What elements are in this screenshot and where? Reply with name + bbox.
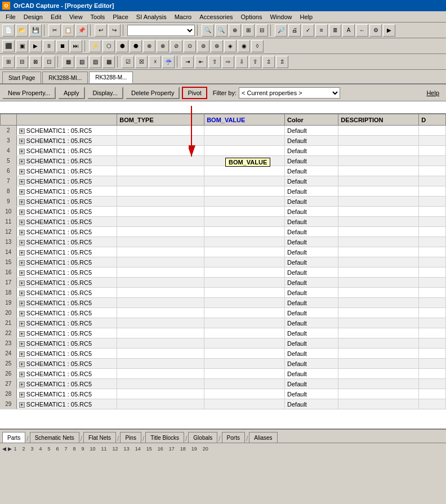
row-color[interactable]: Default bbox=[285, 399, 338, 409]
row-bom-value[interactable] bbox=[204, 247, 285, 257]
menu-macro[interactable]: Macro bbox=[171, 13, 195, 21]
row-bom-type[interactable] bbox=[117, 217, 204, 227]
row-reference[interactable]: +SCHEMATIC1 : 05.RC5 bbox=[16, 156, 117, 166]
row-bom-value[interactable] bbox=[204, 166, 285, 176]
row-reference[interactable]: +SCHEMATIC1 : 05.RC5 bbox=[16, 298, 117, 308]
row-description[interactable] bbox=[338, 227, 419, 237]
row-color[interactable]: Default bbox=[285, 338, 338, 349]
tb3-btn13[interactable]: ⇥ bbox=[181, 56, 194, 68]
row-color[interactable]: Default bbox=[285, 257, 338, 267]
row-bom-value[interactable] bbox=[204, 278, 285, 288]
row-description[interactable] bbox=[338, 237, 419, 247]
row-description[interactable] bbox=[338, 156, 419, 166]
tab-parts[interactable]: Parts bbox=[2, 432, 25, 443]
row-bom-type[interactable] bbox=[117, 359, 204, 369]
row-reference[interactable]: +SCHEMATIC1 : 05.RC5 bbox=[16, 288, 117, 298]
copy-button[interactable]: 📋 bbox=[62, 24, 74, 37]
tb2-btn10[interactable]: ⬣ bbox=[130, 40, 142, 52]
row-description[interactable] bbox=[338, 217, 419, 227]
open-button[interactable]: 📂 bbox=[16, 24, 28, 37]
row-bom-value[interactable] bbox=[204, 379, 285, 389]
row-description[interactable] bbox=[338, 247, 419, 257]
menu-edit[interactable]: Edit bbox=[47, 13, 65, 21]
expand-icon[interactable]: + bbox=[19, 331, 25, 337]
row-color[interactable]: Default bbox=[285, 186, 338, 197]
row-color[interactable]: Default bbox=[285, 176, 338, 186]
menu-tools[interactable]: Tools bbox=[87, 13, 109, 21]
expand-icon[interactable]: + bbox=[19, 341, 25, 347]
row-color[interactable]: Default bbox=[285, 227, 338, 237]
expand-icon[interactable]: + bbox=[19, 291, 25, 296]
tb2-btn8[interactable]: ⬡ bbox=[102, 40, 115, 52]
row-bom-type[interactable] bbox=[117, 288, 204, 298]
row-d[interactable] bbox=[419, 288, 446, 298]
tab-pins[interactable]: Pins bbox=[120, 432, 141, 443]
row-bom-value[interactable] bbox=[204, 136, 285, 146]
expand-icon[interactable]: + bbox=[19, 128, 25, 134]
row-bom-type[interactable] bbox=[117, 197, 204, 207]
menu-si-analysis[interactable]: SI Analysis bbox=[133, 13, 170, 21]
row-d[interactable] bbox=[419, 338, 446, 349]
expand-icon[interactable]: + bbox=[19, 209, 25, 215]
row-reference[interactable]: +SCHEMATIC1 : 05.RC5 bbox=[16, 278, 117, 288]
menu-design[interactable]: Design bbox=[20, 13, 46, 21]
row-bom-type[interactable] bbox=[117, 298, 204, 308]
drc-button[interactable]: ✓ bbox=[302, 24, 314, 37]
zoom-all[interactable]: ⊟ bbox=[256, 24, 268, 37]
extra-2[interactable]: ▶ bbox=[383, 24, 395, 37]
menu-view[interactable]: View bbox=[66, 13, 86, 21]
save-button[interactable]: 💾 bbox=[29, 24, 42, 37]
expand-icon[interactable]: + bbox=[19, 270, 25, 276]
row-d[interactable] bbox=[419, 267, 446, 278]
tb3-btn19[interactable]: ⇫ bbox=[262, 56, 275, 68]
tb3-btn3[interactable]: ⊠ bbox=[29, 56, 42, 68]
expand-icon[interactable]: + bbox=[19, 250, 25, 256]
row-d[interactable] bbox=[419, 156, 446, 166]
tb2-btn19[interactable]: ◊ bbox=[251, 40, 264, 52]
row-color[interactable]: Default bbox=[285, 369, 338, 379]
row-bom-value[interactable] bbox=[204, 176, 285, 186]
tab-aliases[interactable]: Aliases bbox=[249, 432, 277, 443]
row-bom-value[interactable] bbox=[204, 197, 285, 207]
row-reference[interactable]: +SCHEMATIC1 : 05.RC5 bbox=[16, 267, 117, 278]
search-input[interactable] bbox=[2, 102, 444, 113]
redo-button[interactable]: ↪ bbox=[108, 24, 121, 37]
row-color[interactable]: Default bbox=[285, 278, 338, 288]
row-reference[interactable]: +SCHEMATIC1 : 05.RC5 bbox=[16, 328, 117, 338]
col-reference[interactable] bbox=[16, 114, 117, 126]
tb3-btn6[interactable]: ▧ bbox=[75, 56, 88, 68]
tb3-btn18[interactable]: ⇪ bbox=[249, 56, 261, 68]
tb2-btn12[interactable]: ⊗ bbox=[157, 40, 169, 52]
tb2-btn14[interactable]: ⊙ bbox=[184, 40, 196, 52]
row-bom-type[interactable] bbox=[117, 369, 204, 379]
row-d[interactable] bbox=[419, 126, 446, 136]
row-color[interactable]: Default bbox=[285, 247, 338, 257]
row-bom-value[interactable] bbox=[204, 126, 285, 136]
row-bom-value[interactable] bbox=[204, 389, 285, 399]
row-reference[interactable]: +SCHEMATIC1 : 05.RC5 bbox=[16, 146, 117, 156]
print-button[interactable]: 🖨 bbox=[288, 24, 301, 37]
expand-icon[interactable]: + bbox=[19, 311, 25, 316]
row-description[interactable] bbox=[338, 369, 419, 379]
row-description[interactable] bbox=[338, 399, 419, 409]
expand-icon[interactable]: + bbox=[19, 280, 25, 286]
row-bom-value[interactable] bbox=[204, 349, 285, 359]
row-color[interactable]: Default bbox=[285, 318, 338, 328]
row-bom-type[interactable] bbox=[117, 349, 204, 359]
tb3-btn20[interactable]: ⇬ bbox=[276, 56, 288, 68]
row-reference[interactable]: +SCHEMATIC1 : 05.RC5 bbox=[16, 369, 117, 379]
row-reference[interactable]: +SCHEMATIC1 : 05.RC5 bbox=[16, 379, 117, 389]
tb3-btn5[interactable]: ▦ bbox=[62, 56, 74, 68]
row-d[interactable] bbox=[419, 217, 446, 227]
zoom-in[interactable]: 🔍 bbox=[202, 24, 214, 37]
row-bom-value[interactable] bbox=[204, 207, 285, 217]
tb2-btn4[interactable]: ⏸ bbox=[43, 40, 55, 52]
paste-button[interactable]: 📌 bbox=[75, 24, 88, 37]
row-color[interactable]: Default bbox=[285, 359, 338, 369]
expand-icon[interactable]: + bbox=[19, 230, 25, 235]
row-d[interactable] bbox=[419, 399, 446, 409]
tb2-btn15[interactable]: ⊚ bbox=[197, 40, 209, 52]
row-reference[interactable]: +SCHEMATIC1 : 05.RC5 bbox=[16, 166, 117, 176]
tb3-btn9[interactable]: ☑ bbox=[122, 56, 134, 68]
row-description[interactable] bbox=[338, 288, 419, 298]
